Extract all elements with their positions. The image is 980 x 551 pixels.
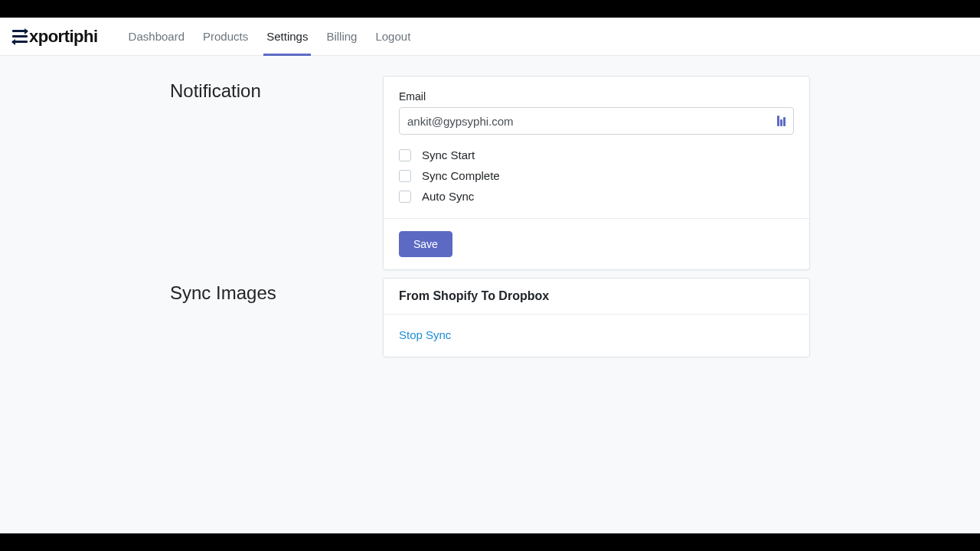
nav-links: Dashboard Products Settings Billing Logo…	[119, 18, 420, 55]
check-row-sync-start: Sync Start	[399, 148, 794, 161]
notification-card: Email Sync Start Sync Complete	[383, 76, 810, 270]
section-title-sync-images: Sync Images	[170, 278, 383, 304]
checkbox-label-sync-complete[interactable]: Sync Complete	[422, 169, 500, 182]
password-manager-icon[interactable]	[777, 116, 788, 126]
sync-images-card-body: Stop Sync	[384, 315, 809, 357]
sync-images-card: From Shopify To Dropbox Stop Sync	[383, 278, 810, 357]
stop-sync-link[interactable]: Stop Sync	[399, 328, 451, 341]
brand-text: xportiphi	[29, 27, 98, 47]
check-row-sync-complete: Sync Complete	[399, 169, 794, 182]
top-nav: xportiphi Dashboard Products Settings Bi…	[0, 18, 980, 56]
letterbox-bottom	[0, 533, 980, 551]
content-area: Notification Email Sync Start Sync Compl…	[0, 56, 980, 533]
check-row-auto-sync: Auto Sync	[399, 190, 794, 203]
checkbox-sync-complete[interactable]	[399, 170, 411, 182]
checkbox-auto-sync[interactable]	[399, 191, 411, 203]
section-notification: Notification Email Sync Start Sync Compl…	[170, 76, 810, 270]
email-field[interactable]	[399, 107, 794, 135]
notification-card-body: Email Sync Start Sync Complete	[384, 77, 809, 218]
brand-icon	[12, 30, 28, 44]
nav-dashboard[interactable]: Dashboard	[122, 18, 191, 55]
checkbox-label-sync-start[interactable]: Sync Start	[422, 148, 475, 161]
letterbox-top	[0, 0, 980, 18]
section-sync-images: Sync Images From Shopify To Dropbox Stop…	[170, 278, 810, 357]
notification-card-footer: Save	[384, 218, 809, 269]
checkbox-sync-start[interactable]	[399, 149, 411, 161]
nav-products[interactable]: Products	[197, 18, 254, 55]
sync-images-card-header: From Shopify To Dropbox	[384, 279, 809, 315]
email-input-wrap	[399, 107, 794, 135]
nav-settings[interactable]: Settings	[260, 18, 314, 55]
nav-logout[interactable]: Logout	[369, 18, 416, 55]
nav-billing[interactable]: Billing	[320, 18, 363, 55]
checkbox-label-auto-sync[interactable]: Auto Sync	[422, 190, 474, 203]
app-page: xportiphi Dashboard Products Settings Bi…	[0, 18, 980, 533]
email-label: Email	[399, 90, 794, 103]
save-button[interactable]: Save	[399, 231, 452, 257]
section-title-notification: Notification	[170, 76, 383, 102]
brand-logo[interactable]: xportiphi	[12, 27, 98, 47]
